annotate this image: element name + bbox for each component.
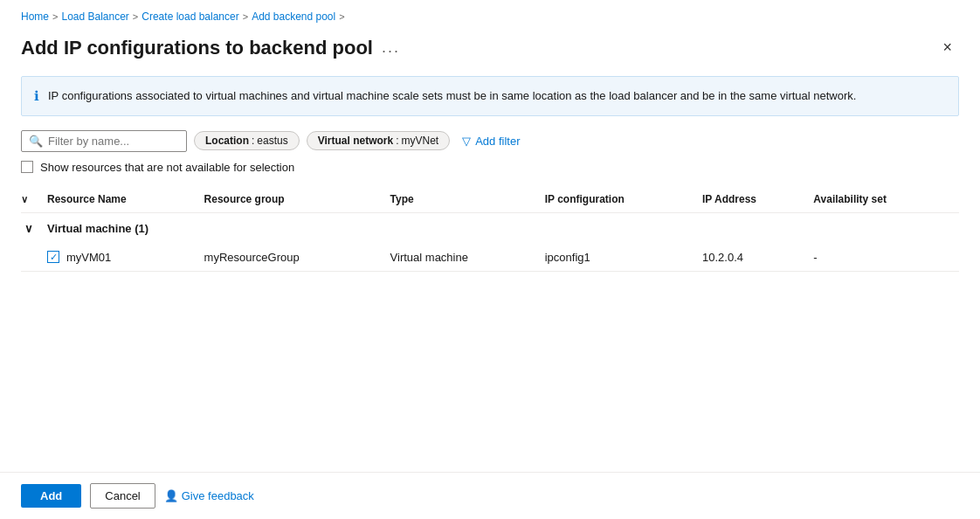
group-row-vm: ∨ Virtual machine (1) <box>21 212 959 244</box>
show-resources-checkbox[interactable] <box>21 161 33 173</box>
filter-chip-location-sep: : <box>252 135 254 147</box>
info-banner: ℹ IP configurations associated to virtua… <box>21 76 959 116</box>
add-filter-label: Add filter <box>475 135 520 148</box>
funnel-icon: ▽ <box>462 135 471 148</box>
search-icon: 🔍 <box>29 135 43 148</box>
row-resource-name: myVM01 <box>66 251 111 264</box>
th-ip-address: IP Address <box>702 186 813 213</box>
page-title-ellipsis: ... <box>382 38 400 57</box>
row-ip-address: 10.2.0.4 <box>702 244 813 272</box>
checkmark-icon: ✓ <box>50 253 58 262</box>
give-feedback-button[interactable]: 👤 Give feedback <box>164 489 254 502</box>
breadcrumb-load-balancer[interactable]: Load Balancer <box>61 10 128 23</box>
row-ip-configuration: ipconfig1 <box>545 244 702 272</box>
page-header: Add IP configurations to backend pool ..… <box>21 35 959 60</box>
show-resources-label[interactable]: Show resources that are not available fo… <box>40 161 294 174</box>
add-filter-button[interactable]: ▽ Add filter <box>457 132 525 150</box>
group-chevron-icon[interactable]: ∨ <box>21 222 33 235</box>
info-banner-text: IP configurations associated to virtual … <box>48 87 856 105</box>
collapse-all-icon[interactable]: ∨ <box>21 194 28 204</box>
show-resources-row: Show resources that are not available fo… <box>21 161 959 174</box>
filter-input-wrap[interactable]: 🔍 <box>21 130 187 152</box>
breadcrumb-add-backend[interactable]: Add backend pool <box>252 10 335 23</box>
filter-row: 🔍 Location : eastus Virtual network : my… <box>21 130 959 152</box>
group-collapse-cell[interactable]: ∨ <box>21 212 47 244</box>
add-button[interactable]: Add <box>21 484 81 508</box>
filter-chip-vnet[interactable]: Virtual network : myVNet <box>307 131 451 150</box>
filter-input[interactable] <box>48 135 179 148</box>
row-availability-set: - <box>813 244 959 272</box>
cancel-button[interactable]: Cancel <box>90 483 155 509</box>
breadcrumb-sep-2: > <box>133 11 138 22</box>
table-row: ✓ myVM01 myResourceGroup Virtual machine… <box>21 244 959 272</box>
th-resource-name: Resource Name <box>47 186 204 213</box>
info-icon: ℹ <box>34 88 39 104</box>
row-checkbox-cell: ✓ myVM01 <box>47 244 204 272</box>
th-resource-group: Resource group <box>204 186 390 213</box>
filter-chip-location-value: eastus <box>257 135 287 147</box>
filter-chip-vnet-key: Virtual network <box>318 135 393 147</box>
row-collapse-cell <box>21 244 47 272</box>
breadcrumb-sep-1: > <box>52 11 58 22</box>
filter-chip-vnet-value: myVNet <box>402 135 439 147</box>
th-ip-configuration: IP configuration <box>545 186 702 213</box>
breadcrumb-create-lb[interactable]: Create load balancer <box>141 10 238 23</box>
filter-chip-location[interactable]: Location : eastus <box>194 131 300 150</box>
breadcrumb: Home > Load Balancer > Create load balan… <box>21 10 959 23</box>
breadcrumb-sep-4: > <box>339 11 344 22</box>
group-name: Virtual machine (1) <box>47 212 959 244</box>
table-header: ∨ Resource Name Resource group Type IP c… <box>21 186 959 213</box>
breadcrumb-sep-3: > <box>243 11 248 22</box>
th-type: Type <box>390 186 545 213</box>
breadcrumb-home[interactable]: Home <box>21 10 49 23</box>
feedback-person-icon: 👤 <box>164 489 178 502</box>
th-availability-set: Availability set <box>813 186 959 213</box>
page-title-text: Add IP configurations to backend pool <box>21 37 373 59</box>
filter-chip-location-key: Location <box>205 135 249 147</box>
close-button[interactable]: × <box>935 35 959 60</box>
resources-table: ∨ Resource Name Resource group Type IP c… <box>21 186 959 273</box>
filter-chip-vnet-sep: : <box>396 135 398 147</box>
row-type: Virtual machine <box>390 244 545 272</box>
th-collapse: ∨ <box>21 186 47 213</box>
page-title: Add IP configurations to backend pool ..… <box>21 37 400 59</box>
row-resource-group: myResourceGroup <box>204 244 390 272</box>
footer: Add Cancel 👤 Give feedback <box>0 472 980 519</box>
row-checkbox[interactable]: ✓ <box>47 251 59 263</box>
feedback-label: Give feedback <box>182 489 254 502</box>
